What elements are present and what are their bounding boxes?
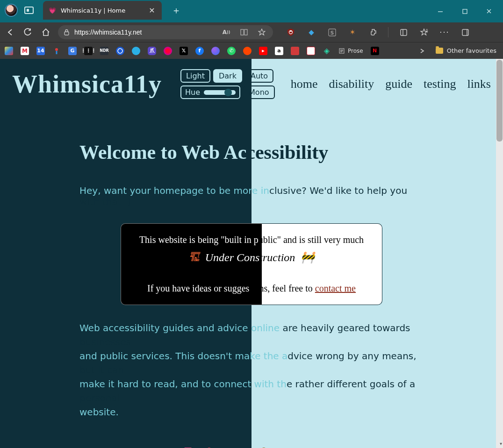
bookmark-item[interactable]: [132, 47, 140, 55]
svg-rect-11: [401, 29, 407, 36]
address-bar[interactable]: A)): [58, 25, 273, 39]
theme-light-button[interactable]: Light: [180, 69, 210, 83]
ublock-icon[interactable]: [285, 27, 296, 38]
svg-rect-6: [244, 29, 247, 35]
nav-testing[interactable]: testing: [424, 77, 456, 91]
browser-tab-active[interactable]: 💗 Whimsica11y | Home ✕: [43, 1, 162, 20]
window-minimize-button[interactable]: [428, 2, 453, 21]
bookmark-prose[interactable]: Prose: [338, 48, 363, 54]
folder-icon: [436, 48, 443, 54]
callout-line-3: If you have ideas or suggestions, feel f…: [131, 281, 372, 296]
bookmark-item[interactable]: ⽖: [148, 47, 156, 55]
theme-auto-button[interactable]: Auto: [245, 69, 273, 83]
back-button[interactable]: [5, 27, 16, 38]
main-nav: home disability guide testing links: [286, 77, 491, 91]
bookmark-item[interactable]: 14: [36, 47, 45, 55]
bookmark-item[interactable]: [291, 47, 299, 55]
construction-callout: This website is being "built in public" …: [121, 223, 382, 305]
other-favourites-label: Other favourites: [447, 47, 496, 54]
nav-links[interactable]: links: [467, 77, 491, 91]
theme-controls: Light Dark Auto Hue Mono: [180, 69, 275, 99]
reader-mode-icon[interactable]: [238, 27, 250, 38]
other-favourites-button[interactable]: Other favourites: [436, 47, 498, 54]
svg-rect-1: [463, 9, 467, 14]
window-close-button[interactable]: [477, 2, 501, 21]
bookmark-item[interactable]: [307, 47, 315, 55]
callout-under-construction: 🏗 Under Construction 🚧: [131, 249, 372, 266]
bookmarks-overflow-button[interactable]: [416, 48, 428, 54]
tab-close-button[interactable]: ✕: [148, 6, 156, 14]
theme-dark-button[interactable]: Dark: [213, 69, 242, 83]
window-titlebar: 💗 Whimsica11y | Home ✕ ＋: [0, 0, 503, 22]
read-aloud-icon[interactable]: A)): [221, 27, 232, 38]
extensions-icon[interactable]: [367, 27, 379, 38]
bookmark-item[interactable]: ⋮⋮⋮: [84, 47, 93, 55]
body-paragraph: Web accessibility guides and advice onli…: [79, 321, 424, 419]
toolbar-separator: [388, 27, 388, 37]
bookmark-item[interactable]: 𝕏: [180, 47, 188, 55]
bookmark-item[interactable]: [164, 47, 172, 55]
bookmark-prose-label: Prose: [348, 48, 363, 54]
stylus-icon[interactable]: S: [326, 27, 338, 38]
nav-guide[interactable]: guide: [385, 77, 412, 91]
profile-avatar[interactable]: [5, 4, 18, 17]
svg-rect-8: [290, 30, 292, 32]
hue-label: Hue: [185, 88, 200, 97]
bookmark-item[interactable]: G: [68, 47, 77, 55]
lock-icon: [64, 29, 70, 36]
callout-line-1: This website is being "built in public" …: [131, 233, 372, 247]
bookmark-item[interactable]: N: [371, 47, 379, 55]
bookmark-item[interactable]: [116, 47, 124, 55]
svg-rect-4: [65, 32, 69, 35]
favourites-hub-icon[interactable]: [418, 27, 430, 38]
url-input[interactable]: [74, 28, 216, 36]
bookmark-item[interactable]: ◈: [323, 47, 331, 55]
bookmark-item[interactable]: f: [195, 47, 204, 55]
svg-point-18: [55, 48, 58, 51]
nav-disability[interactable]: disability: [329, 77, 374, 91]
sidebar-toggle-icon[interactable]: [398, 27, 409, 38]
page-content: Whimsica11y Light Dark Auto Hue Mono hom…: [0, 59, 503, 448]
new-tab-button[interactable]: ＋: [168, 1, 184, 20]
tab-favicon-icon: 💗: [49, 7, 56, 14]
hue-control[interactable]: Hue: [180, 85, 240, 99]
gem-icon[interactable]: ◆: [306, 27, 317, 38]
browser-toolbar: A)) ◆ S ✶ ···: [0, 22, 503, 42]
favourite-star-icon[interactable]: [256, 27, 267, 38]
svg-rect-5: [241, 29, 244, 35]
bookmark-item[interactable]: M: [21, 47, 29, 55]
bookmark-item[interactable]: [5, 47, 13, 55]
tab-title: Whimsica11y | Home: [61, 7, 143, 14]
bug-icon[interactable]: ✶: [347, 27, 358, 38]
bookmark-item[interactable]: NDR: [100, 47, 108, 55]
intro-paragraph: Hey, want your homepage to be more inclu…: [79, 185, 424, 207]
nav-home[interactable]: home: [291, 77, 318, 91]
hue-slider[interactable]: [204, 90, 236, 95]
bookmark-item[interactable]: ▸: [259, 47, 267, 55]
hero-logo: Whimsica11y Whimsica11y: [79, 440, 424, 448]
bookmark-item[interactable]: a: [275, 47, 283, 55]
workspaces-icon[interactable]: [24, 7, 34, 14]
home-button[interactable]: [40, 27, 51, 38]
contact-link[interactable]: contact me: [315, 283, 356, 293]
bookmark-item[interactable]: [52, 47, 61, 55]
bookmarks-bar: M 14 G ⋮⋮⋮ NDR ⽖ 𝕏 f ✆ ▸ a ◈ Prose N Oth…: [0, 42, 503, 59]
bookmark-item[interactable]: [243, 47, 252, 55]
refresh-button[interactable]: [22, 27, 34, 38]
svg-rect-16: [462, 29, 468, 36]
bookmark-item[interactable]: ✆: [227, 47, 236, 55]
theme-mono-button[interactable]: Mono: [243, 85, 275, 99]
construction-sign-icon: 🚧: [301, 251, 315, 263]
split-screen-icon[interactable]: [460, 27, 471, 38]
site-logo: Whimsica11y: [12, 70, 162, 99]
svg-point-19: [118, 49, 122, 53]
page-heading: Welcome to Web Accessibility: [79, 141, 424, 164]
window-maximize-button[interactable]: [453, 2, 477, 21]
bookmark-item[interactable]: [211, 47, 220, 55]
more-menu-icon[interactable]: ···: [439, 27, 450, 38]
svg-text:S: S: [330, 29, 334, 36]
crane-icon: 🏗: [188, 251, 200, 263]
